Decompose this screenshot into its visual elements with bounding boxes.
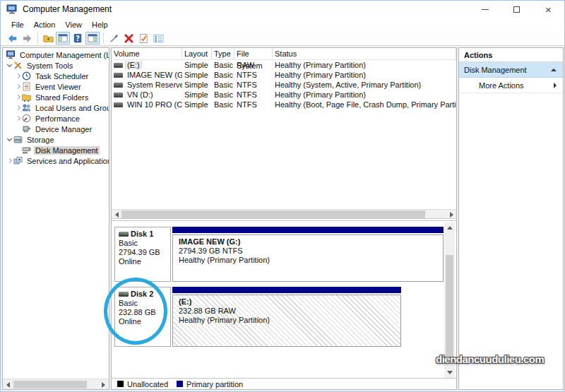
collapse-arrow-icon[interactable] xyxy=(551,69,557,71)
disk-2-partition[interactable]: (E:) 232.88 GB RAW Healthy (Primary Part… xyxy=(172,287,401,347)
tree-item-storage[interactable]: Storage xyxy=(3,134,109,145)
app-icon xyxy=(6,4,18,15)
actions-header: Actions xyxy=(459,48,563,62)
chevron-down-icon[interactable] xyxy=(6,62,13,69)
shared-folders-icon xyxy=(22,93,32,102)
wand-icon[interactable] xyxy=(107,32,121,44)
partition-legend: Unallocated Primary partition xyxy=(112,378,456,389)
column-header-type[interactable]: Type xyxy=(212,48,234,60)
partition-detail: 2794.39 GB NTFS xyxy=(179,247,443,256)
tree-item-event-viewer[interactable]: Event Viewer xyxy=(3,81,109,92)
watermark: diendancuudulieu.com xyxy=(436,353,544,365)
computer-icon xyxy=(6,50,16,59)
chevron-right-icon[interactable] xyxy=(15,94,22,101)
disk-icon xyxy=(119,232,129,237)
volume-icon xyxy=(114,102,123,107)
disk-size: 2794.39 GB xyxy=(119,248,170,257)
disk-1-label[interactable]: Disk 1 Basic 2794.39 GB Online xyxy=(114,227,171,282)
chevron-down-icon[interactable] xyxy=(6,136,13,143)
performance-icon xyxy=(22,114,32,123)
volume-icon xyxy=(114,63,123,68)
partition-title: IMAGE NEW (G:) xyxy=(179,237,443,247)
event-viewer-icon xyxy=(22,82,32,91)
up-folder-icon[interactable] xyxy=(41,32,55,44)
chevron-right-icon[interactable] xyxy=(15,83,22,90)
menu-file[interactable]: File xyxy=(6,19,29,30)
table-row-volume-image-new[interactable]: IMAGE NEW (G:) Simple Basic NTFS Healthy… xyxy=(112,70,456,80)
disk-kind: Basic xyxy=(119,299,170,308)
chevron-right-icon[interactable] xyxy=(15,115,22,122)
menu-action[interactable]: Action xyxy=(29,19,61,30)
disk-size: 232.88 GB xyxy=(119,308,170,317)
table-row-volume-system-reserved[interactable]: System Reserved Simple Basic NTFS Health… xyxy=(112,80,456,90)
forward-arrow-icon[interactable] xyxy=(20,32,34,44)
show-console-tree-icon[interactable] xyxy=(56,32,70,44)
volume-list: Volume Layout Type File System Status (E… xyxy=(112,48,456,209)
disk-2-label[interactable]: Disk 2 Basic 232.88 GB Online xyxy=(114,287,171,347)
table-row-volume-win-10-pro[interactable]: WIN 10 PRO (C:) Simple Basic NTFS Health… xyxy=(112,100,456,109)
console-tree: Computer Management (Local System Tools … xyxy=(3,49,109,378)
chevron-right-icon[interactable] xyxy=(15,73,22,80)
content-area: Computer Management (Local System Tools … xyxy=(1,46,564,392)
disk-management-panel: Volume Layout Type File System Status (E… xyxy=(111,47,457,390)
legend-item-unallocated: Unallocated xyxy=(117,380,168,388)
actions-group-disk-management[interactable]: Disk Management xyxy=(459,62,563,78)
task-scheduler-icon xyxy=(22,71,32,81)
column-header-file-system[interactable]: File System xyxy=(234,48,273,60)
disk-kind: Basic xyxy=(119,239,170,248)
toolbar: ? xyxy=(1,31,564,46)
submenu-arrow-icon xyxy=(554,83,557,88)
disk-state: Online xyxy=(119,317,170,326)
tree-item-system-tools[interactable]: System Tools xyxy=(3,60,109,71)
partition-health: Healthy (Primary Partition) xyxy=(179,316,400,325)
volume-icon xyxy=(114,73,123,78)
table-row-volume-e[interactable]: (E:) Simple Basic RAW Healthy (Primary P… xyxy=(112,60,456,70)
tree-item-disk-management[interactable]: Disk Management xyxy=(3,145,109,155)
primary-partition-strip xyxy=(172,287,401,293)
table-row-volume-vn[interactable]: VN (D:) Simple Basic NTFS Healthy (Prima… xyxy=(112,90,456,100)
disk-1-block: Disk 1 Basic 2794.39 GB Online IMAGE NEW… xyxy=(112,227,444,282)
menu-view[interactable]: View xyxy=(60,19,87,30)
disk-1-partition[interactable]: IMAGE NEW (G:) 2794.39 GB NTFS Healthy (… xyxy=(172,227,444,282)
tree-item-local-users-and-groups[interactable]: Local Users and Groups xyxy=(3,102,109,113)
tree-item-task-scheduler[interactable]: Task Scheduler xyxy=(3,71,109,81)
disk-graphical-view: Disk 1 Basic 2794.39 GB Online IMAGE NEW… xyxy=(112,220,456,379)
volume-list-horizontal-scrollbar[interactable] xyxy=(112,209,456,219)
tree-item-device-manager[interactable]: Device Manager xyxy=(3,124,109,134)
checklist-icon[interactable] xyxy=(136,32,150,44)
primary-partition-color-swatch xyxy=(177,381,183,387)
column-header-status[interactable]: Status xyxy=(273,48,456,60)
tree-item-performance[interactable]: Performance xyxy=(3,113,109,124)
chevron-right-icon[interactable] xyxy=(6,158,13,165)
volume-list-header: Volume Layout Type File System Status xyxy=(112,48,456,60)
tree-item-services-and-applications[interactable]: Services and Applications xyxy=(3,155,109,166)
system-tools-icon xyxy=(13,61,23,70)
column-header-volume[interactable]: Volume xyxy=(112,48,182,60)
delete-icon[interactable] xyxy=(121,32,136,44)
tree-horizontal-scrollbar[interactable] xyxy=(3,379,109,389)
chevron-right-icon[interactable] xyxy=(15,105,22,112)
tree-item-computer-management[interactable]: Computer Management (Local xyxy=(3,49,109,60)
disk-state: Online xyxy=(119,257,170,266)
disk-2-block: Disk 2 Basic 232.88 GB Online (E:) 232.8… xyxy=(112,287,444,347)
primary-partition-strip xyxy=(172,227,444,233)
minimize-button[interactable] xyxy=(469,1,501,18)
back-arrow-icon[interactable] xyxy=(5,32,19,44)
maximize-button[interactable] xyxy=(501,1,533,18)
more-actions-item[interactable]: More Actions xyxy=(459,78,563,93)
menu-help[interactable]: Help xyxy=(87,19,113,30)
partition-health: Healthy (Primary Partition) xyxy=(179,256,443,265)
tree-item-shared-folders[interactable]: Shared Folders xyxy=(3,92,109,102)
volume-icon xyxy=(114,93,123,97)
column-header-layout[interactable]: Layout xyxy=(182,48,212,60)
legend-item-primary-partition: Primary partition xyxy=(177,380,243,388)
close-button[interactable]: × xyxy=(533,1,564,18)
console-tree-panel: Computer Management (Local System Tools … xyxy=(2,47,109,390)
window-title: Computer Management xyxy=(23,4,112,14)
chevron-none xyxy=(15,126,22,133)
partition-title: (E:) xyxy=(179,297,400,307)
show-action-pane-icon[interactable] xyxy=(85,32,100,44)
title-bar: Computer Management × xyxy=(1,1,564,18)
properties-icon[interactable] xyxy=(151,32,165,44)
help-icon[interactable]: ? xyxy=(71,32,85,44)
